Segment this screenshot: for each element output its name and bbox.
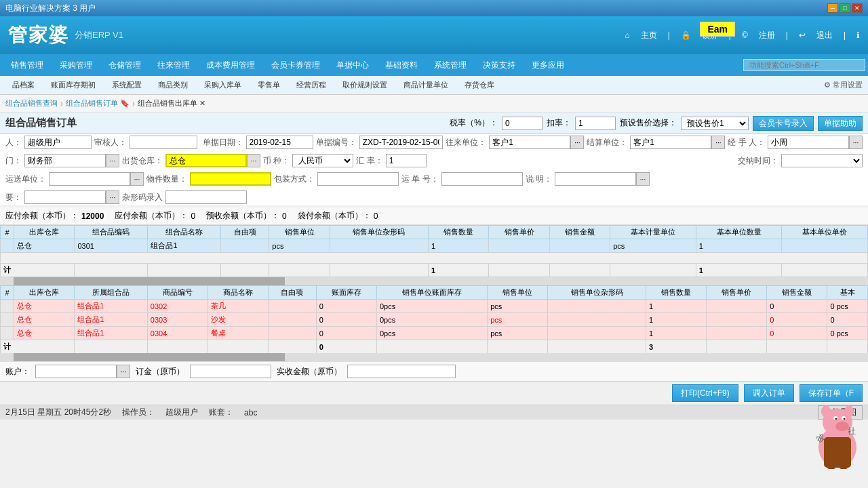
info-icon[interactable]: ℹ [856, 30, 860, 40]
lower-cell-qty-2: 1 [646, 313, 706, 327]
upper-scrollbar[interactable] [0, 277, 868, 285]
home-link[interactable]: 主页 [641, 30, 657, 41]
advance-label: 袋付余额（本币）： [298, 210, 371, 222]
shipnum-input[interactable] [441, 172, 523, 186]
ship-select-btn[interactable]: ··· [130, 172, 144, 186]
subnav-system-config[interactable]: 系统配置 [105, 79, 149, 92]
reg-icon[interactable]: © [742, 30, 748, 40]
breadcrumb-outbound[interactable]: 组合品销售出库单 ✕ [138, 98, 205, 108]
exit-icon[interactable]: ↩ [799, 30, 806, 40]
require-input[interactable] [24, 190, 106, 204]
help-btn[interactable]: 单据助助 [818, 116, 863, 131]
approve-input[interactable] [130, 136, 197, 149]
exchange-input[interactable] [386, 154, 427, 167]
minimize-button[interactable]: ─ [827, 3, 838, 13]
date-input[interactable] [246, 136, 313, 149]
warehouse-select-btn[interactable]: ··· [247, 154, 260, 167]
subnav-product-file[interactable]: 品档案 [5, 79, 41, 92]
cell-base-unit: pcs [610, 239, 696, 253]
balance-label: 应付余额（本币）： [5, 210, 79, 222]
settlement-input[interactable] [630, 136, 711, 149]
upper-total-row: 计 1 1 [1, 264, 868, 277]
lower-cell-combo-2: 组合品1 [75, 313, 148, 327]
lower-table-row-3[interactable]: 总仓 组合品1 0304 餐桌 0 0pcs pcs 1 0 0 pcs [1, 327, 868, 340]
tax-rate-label: 税率（%）： [450, 117, 498, 129]
tax-rate-input[interactable] [502, 117, 542, 130]
breadcrumb-query[interactable]: 组合品销售查询 [5, 98, 58, 108]
account-select-btn[interactable]: ··· [117, 365, 130, 378]
partner-select-btn[interactable]: ··· [570, 136, 584, 149]
person-input[interactable] [24, 136, 92, 149]
currency-select[interactable]: 人民币 [292, 154, 353, 167]
table-row[interactable]: 总仓 0301 组合品1 pcs 1 pcs 1 [1, 239, 868, 253]
total-base-qty: 1 [696, 264, 782, 277]
nav-warehouse[interactable]: 仓储管理 [100, 54, 149, 76]
maximize-button[interactable]: □ [840, 3, 850, 13]
warehouse-input[interactable] [165, 154, 247, 167]
note-select-btn[interactable]: ··· [636, 172, 650, 186]
nav-costs[interactable]: 成本费用管理 [198, 54, 263, 76]
require-select-btn[interactable]: ··· [106, 190, 119, 204]
order-amount-input[interactable] [190, 365, 271, 378]
nav-basics[interactable]: 基础资料 [377, 54, 426, 76]
itemcount-input[interactable] [190, 172, 271, 186]
lock-icon[interactable]: 🔒 [681, 30, 691, 40]
nav-sales[interactable]: 销售管理 [3, 54, 52, 76]
barcode-input[interactable] [165, 190, 247, 204]
reg-link[interactable]: 注册 [759, 30, 775, 41]
handler-input[interactable] [768, 136, 849, 149]
dept-input[interactable] [24, 154, 106, 167]
scroll-thumb[interactable] [14, 277, 285, 285]
nav-purchase[interactable]: 采购管理 [52, 54, 100, 76]
import-button[interactable]: 调入订单 [744, 384, 794, 402]
subnav-warehouse[interactable]: 存货仓库 [458, 79, 501, 92]
discount-input[interactable] [575, 117, 616, 130]
settings-button[interactable]: ⚙ 常用设置 [824, 80, 863, 90]
print-button[interactable]: 打印(Ctrl+F9) [672, 384, 738, 402]
account-input[interactable] [35, 365, 117, 378]
member-card-btn[interactable]: 会员卡号录入 [753, 116, 814, 131]
lower-scrollbar[interactable] [0, 353, 868, 361]
home-icon[interactable]: ⌂ [625, 30, 629, 40]
nav-system[interactable]: 系统管理 [426, 54, 475, 76]
nav-decisions[interactable]: 决策支持 [475, 54, 524, 76]
packing-input[interactable] [317, 172, 399, 186]
nav-transactions[interactable]: 往来管理 [149, 54, 198, 76]
lower-scroll-thumb[interactable] [14, 353, 285, 361]
advance-value: 0 [374, 211, 378, 221]
handler-select-btn[interactable]: ··· [849, 136, 863, 149]
ship-input[interactable] [49, 172, 130, 186]
subnav-purchase-in[interactable]: 采购入库单 [197, 79, 248, 92]
settlement-field: ··· [630, 136, 725, 149]
subnav-account-init[interactable]: 账面库存期初 [44, 79, 102, 92]
close-button[interactable]: ✕ [852, 3, 863, 13]
subnav-retail[interactable]: 零售单 [251, 79, 287, 92]
received-input[interactable] [347, 365, 456, 378]
tradetime-select[interactable] [781, 154, 863, 167]
subnav-product-category[interactable]: 商品类别 [151, 79, 195, 92]
subnav-unit[interactable]: 商品计量单位 [397, 79, 455, 92]
lower-table-row-1[interactable]: 总仓 组合品1 0302 茶几 0 0pcs pcs 1 0 0 pcs [1, 300, 868, 313]
lower-cell-num-3 [1, 327, 14, 340]
partner-input[interactable] [489, 136, 570, 149]
ship-field: ··· [49, 172, 144, 186]
lower-table-row-2[interactable]: 总仓 组合品1 0303 沙发 0 0pcs pcs 1 0 0 [1, 313, 868, 327]
exit-link[interactable]: 退出 [816, 30, 833, 41]
breadcrumb-order[interactable]: 组合品销售订单 🔖 [66, 98, 130, 108]
price-select[interactable]: 预设售价1 [681, 117, 749, 130]
function-search-input[interactable] [743, 59, 865, 71]
nav-documents[interactable]: 单据中心 [328, 54, 377, 76]
note-input[interactable] [555, 172, 636, 186]
main-form: 人： 审核人： 单据日期： 单据编号： 往来单位： ··· 结算单位： ··· … [0, 134, 868, 205]
mascot-svg: 彼 社 [807, 396, 868, 471]
title-bar: 电脑行业解决方案 3 用户 ─ □ ✕ [0, 0, 868, 16]
sep4: | [844, 30, 846, 40]
ordernum-input[interactable] [359, 136, 443, 149]
dept-select-btn[interactable]: ··· [106, 154, 119, 167]
subnav-price-rule[interactable]: 取价规则设置 [336, 79, 394, 92]
nav-members[interactable]: 会员卡券管理 [263, 54, 328, 76]
footer-buttons: 打印(Ctrl+F9) 调入订单 保存订单（F [0, 381, 868, 405]
subnav-history[interactable]: 经营历程 [290, 79, 333, 92]
nav-more[interactable]: 更多应用 [524, 54, 572, 76]
settlement-select-btn[interactable]: ··· [711, 136, 725, 149]
